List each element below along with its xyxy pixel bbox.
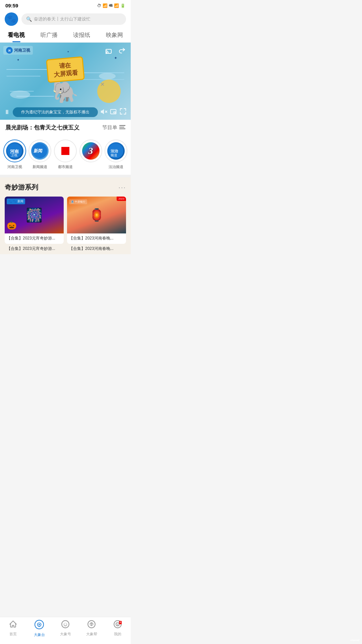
video-card-title-2: 【合集】2023河南春晚... <box>67 233 126 244</box>
video-card-title-1: 【合集】2023元宵奇妙游... <box>5 233 64 244</box>
fazhi-channel-logo: 法治 频道 <box>109 144 123 158</box>
svg-text:✦: ✦ <box>17 58 19 62</box>
close-button[interactable]: ✕ <box>100 81 105 88</box>
channel-label-dushi: 都市频道 <box>58 164 73 169</box>
qimiaoyou-section: 奇妙游系列 ··· 🎆 🎃 🐾 🐾 新闻 【合集】2023元宵奇妙游... � <box>0 177 131 254</box>
svg-text:法治: 法治 <box>111 149 118 153</box>
pause-button[interactable]: ⏸ <box>4 109 10 116</box>
tab-radio[interactable]: 听广播 <box>33 29 66 42</box>
program-list-button[interactable]: 节目单 <box>102 124 125 131</box>
subtitle-text: 作为遵纪守法的象宝宝，无版权不播出 <box>13 107 98 117</box>
elephant-illustration: 请在大屏观看 🐘 <box>47 58 84 105</box>
svg-point-7 <box>99 73 116 79</box>
signal-4g-icon: 46 <box>109 4 113 7</box>
search-bar[interactable]: 🔍 奋进的春天丨太行山下建设忙 <box>21 13 126 25</box>
fullscreen-icon-svg <box>119 108 127 115</box>
channel-circle-news: 新闻 <box>28 140 51 162</box>
channel-logo-icon: 河 <box>6 47 13 54</box>
fullscreen-button[interactable] <box>119 108 127 117</box>
svg-point-6 <box>10 91 30 99</box>
channel-fazhi[interactable]: 法治 频道 法治频道 <box>105 140 127 169</box>
dushi-red-square <box>61 147 69 155</box>
svg-text:频道: 频道 <box>111 153 117 157</box>
svg-text:河: 河 <box>8 49 11 52</box>
status-time: 09:59 <box>5 3 18 8</box>
tab-yingxiang[interactable]: 映象网 <box>98 29 131 42</box>
sign-box: 请在大屏观看 <box>46 56 85 83</box>
channel-circle-dushi <box>54 140 77 162</box>
tab-tv[interactable]: 看电视 <box>0 29 33 42</box>
cast-icon-svg <box>105 47 113 55</box>
svg-rect-18 <box>114 112 116 113</box>
dushi-logo <box>57 142 74 160</box>
timer-icon: ⏱ <box>97 3 101 8</box>
channel-circle-fazhi: 法治 频道 <box>105 140 127 162</box>
channel-list: 河南 卫视 河南卫视 新闻 新闻频道 都市频道 <box>0 136 131 177</box>
henan-logo: 河南 卫视 <box>6 142 23 160</box>
svg-text:✦: ✦ <box>114 56 117 60</box>
badge-paw-icon: 🐾 <box>8 200 12 203</box>
thumb-festival-bg: 🏮 🏦 中原银行 2023 <box>67 197 126 233</box>
cast-button[interactable] <box>105 46 114 55</box>
search-icon: 🔍 <box>26 16 32 22</box>
henan-tv-logo: 河南 卫视 <box>7 144 22 158</box>
svg-text:卫视: 卫视 <box>11 153 17 157</box>
badge-text-1: 🐾 新闻 <box>13 199 23 204</box>
section-header: 奇妙游系列 ··· <box>5 183 126 192</box>
channel-label-fazhi: 法治频道 <box>109 164 123 169</box>
channel-logo-overlay: 河 河南卫视 <box>3 46 33 55</box>
svg-point-14 <box>106 53 107 54</box>
status-icons: ⏱ 📶 46 📶 🔋 <box>97 3 125 8</box>
ch3-logo: 3 channel <box>82 142 100 160</box>
share-button[interactable] <box>117 46 127 55</box>
section-more-button[interactable]: ··· <box>118 183 126 191</box>
thumb-badge-1: 🐾 🐾 新闻 <box>7 199 25 204</box>
page-bottom-spacer <box>0 254 131 281</box>
svg-text:✦: ✦ <box>67 50 69 53</box>
channel-henan[interactable]: 河南 卫视 河南卫视 <box>3 140 26 169</box>
channel-ch3[interactable]: 3 channel ch3 <box>79 140 102 169</box>
pip-icon-svg <box>110 108 117 115</box>
video-card-1[interactable]: 🎆 🎃 🐾 🐾 新闻 【合集】2023元宵奇妙游... <box>5 197 64 244</box>
wifi-icon: 📶 <box>103 3 108 8</box>
card-sub-title-2: 【合集】2023河南春晚... <box>67 245 126 253</box>
news-logo: 新闻 <box>31 142 49 160</box>
channel-news[interactable]: 新闻 新闻频道 <box>28 140 51 169</box>
pip-button[interactable] <box>110 108 117 116</box>
signal-bars-icon: 📶 <box>114 3 119 8</box>
tab-newspaper[interactable]: 读报纸 <box>65 29 98 42</box>
svg-text:新闻: 新闻 <box>34 148 43 153</box>
video-thumb-2: 🏮 🏦 中原银行 2023 <box>67 197 126 233</box>
fazhi-logo: 法治 频道 <box>107 142 125 160</box>
channel-circle-ch3: 3 channel <box>79 140 102 162</box>
news-channel-logo: 新闻 <box>33 144 47 158</box>
header: 🐾 🔍 奋进的春天丨太行山下建设忙 <box>0 10 131 26</box>
henan-logo-svg: 河 <box>7 48 12 53</box>
video-background: ✦ ✦ ✦ 河 河南卫视 <box>0 43 131 120</box>
program-list-label: 节目单 <box>102 124 117 131</box>
mute-button[interactable] <box>101 108 107 116</box>
video-thumb-1: 🎆 🎃 🐾 🐾 新闻 <box>5 197 64 233</box>
program-info: 晨光剧场：包青天之七侠五义 节目单 <box>0 120 131 136</box>
firework-emoji: 🎆 <box>26 207 43 223</box>
app-logo[interactable]: 🐾 <box>5 12 18 26</box>
video-controls: ⏸ 作为遵纪守法的象宝宝，无版权不播出 <box>0 105 131 120</box>
list-lines-icon <box>119 125 125 129</box>
channel-dushi[interactable]: 都市频道 <box>54 140 77 169</box>
video-player[interactable]: ✦ ✦ ✦ 河 河南卫视 <box>0 43 131 120</box>
channel-circle-henan: 河南 卫视 <box>3 140 26 162</box>
list-icon <box>119 125 125 130</box>
video-card-2[interactable]: 🏮 🏦 中原银行 2023 【合集】2023河南春晚... <box>67 197 126 244</box>
search-placeholder-text: 奋进的春天丨太行山下建设忙 <box>34 16 90 22</box>
channel-name-text: 河南卫视 <box>14 48 30 53</box>
card-sub-title-1: 【合集】2023元宵奇妙游... <box>5 245 64 253</box>
share-icon-svg <box>118 47 126 55</box>
status-bar: 09:59 ⏱ 📶 46 📶 🔋 <box>0 0 131 10</box>
channel-label-henan: 河南卫视 <box>7 164 22 169</box>
channel-label-news: 新闻频道 <box>33 164 47 169</box>
battery-icon: 🔋 <box>120 3 125 8</box>
festival-emoji: 🏮 <box>89 208 104 222</box>
section-title: 奇妙游系列 <box>5 183 38 192</box>
video-grid: 🎆 🎃 🐾 🐾 新闻 【合集】2023元宵奇妙游... 🏮 🏦 中原银行 202… <box>5 197 126 244</box>
nav-tabs: 看电视 听广播 读报纸 映象网 <box>0 26 131 43</box>
